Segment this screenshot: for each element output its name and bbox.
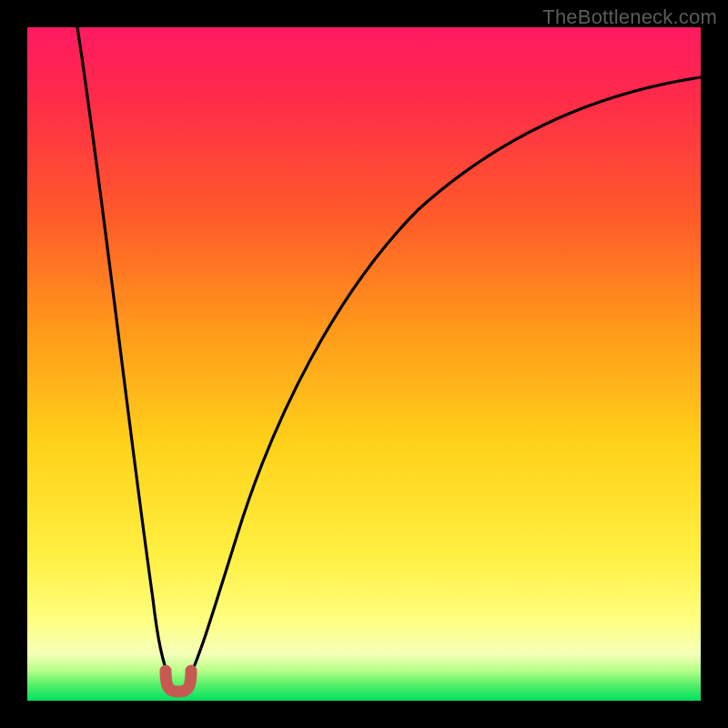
- minimum-marker: [166, 671, 191, 692]
- plot-area: [27, 27, 701, 701]
- watermark-text: TheBottleneck.com: [542, 5, 717, 29]
- bottleneck-curve: [27, 27, 701, 701]
